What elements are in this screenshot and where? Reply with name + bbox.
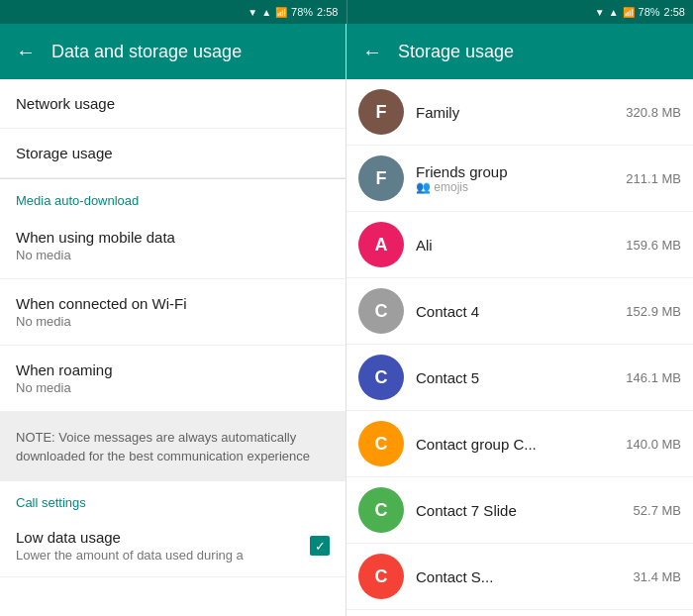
storage-row[interactable]: CContact 7 Slide52.7 MB [346,477,693,544]
right-app-bar: ← Storage usage [346,24,693,79]
avatar: F [358,89,404,135]
storage-size: 140.0 MB [626,437,681,452]
contact-name: Friends group [416,163,614,180]
signal-icon-right: ▲ [609,7,619,18]
status-bar: ▼ ▲ 📶 78% 2:58 ▼ ▲ 📶 78% 2:58 [0,0,693,24]
roaming-title: When roaming [16,361,330,378]
storage-size: 152.9 MB [626,304,681,319]
contact-name: Contact group C... [416,436,614,453]
storage-size: 159.6 MB [626,238,681,253]
storage-size: 320.8 MB [626,105,681,120]
wifi-title: When connected on Wi-Fi [16,295,330,312]
storage-size: 31.4 MB [634,569,681,584]
mobile-data-subtitle: No media [16,248,330,262]
battery-right: 78% [639,6,660,18]
time-left: 2:58 [317,6,338,18]
avatar: C [358,288,404,334]
storage-size: 211.1 MB [626,171,681,186]
storage-row[interactable]: FFriends group👥 emojis211.1 MB [346,146,693,212]
left-panel-title: Data and storage usage [51,42,242,62]
left-app-bar: ← Data and storage usage [0,24,346,79]
storage-row[interactable]: CContact S...31.4 MB [346,544,693,610]
contact-name: Family [416,104,614,121]
storage-usage-title: Storage usage [16,145,330,161]
storage-list: FFamily320.8 MBFFriends group👥 emojis211… [346,79,693,610]
contact-info: Contact 5 [416,369,614,386]
low-data-title: Low data usage [16,529,310,546]
time-right: 2:58 [664,6,685,18]
contact-name: Contact 4 [416,303,614,320]
contact-sub: 👥 emojis [416,180,614,194]
storage-size: 146.1 MB [626,370,681,385]
contact-info: Friends group👥 emojis [416,163,614,194]
right-panel-title: Storage usage [398,42,514,62]
contact-name: Contact 5 [416,369,614,386]
low-data-checkbox[interactable]: ✓ [310,536,330,556]
status-bar-left: ▼ ▲ 📶 78% 2:58 [0,0,347,24]
contact-name: Contact 7 Slide [416,502,622,519]
note-box: NOTE: Voice messages are always automati… [0,412,346,481]
roaming-item[interactable]: When roaming No media [0,346,346,412]
low-data-subtitle: Lower the amount of data used during a [16,548,310,563]
contact-info: Contact group C... [416,436,614,453]
avatar: A [358,222,404,267]
note-text: NOTE: Voice messages are always automati… [16,430,310,463]
avatar: C [358,487,404,533]
battery-left: 78% [291,6,313,18]
media-section-header: Media auto-download [0,179,346,213]
storage-row[interactable]: CContact group C...140.0 MB [346,411,693,477]
left-panel: ← Data and storage usage Network usage S… [0,24,346,616]
wifi-item[interactable]: When connected on Wi-Fi No media [0,279,346,346]
contact-info: Contact 7 Slide [416,502,622,519]
mobile-data-title: When using mobile data [16,229,330,246]
wifi-subtitle: No media [16,314,330,329]
contact-name: Contact S... [416,568,622,585]
media-header-text: Media auto-download [16,193,139,208]
network-usage-item[interactable]: Network usage [0,79,346,129]
left-back-button[interactable]: ← [16,41,36,63]
contact-info: Contact 4 [416,303,614,320]
storage-size: 52.7 MB [634,503,681,518]
storage-row[interactable]: AAli159.6 MB [346,212,693,278]
main-panels: ← Data and storage usage Network usage S… [0,24,693,616]
avatar: F [358,155,404,201]
contact-info: Ali [416,237,614,254]
call-settings-header: Call settings [0,481,346,515]
status-bar-right: ▼ ▲ 📶 78% 2:58 [347,0,694,24]
call-settings-text: Call settings [16,495,86,510]
avatar: C [358,355,404,400]
storage-row[interactable]: FFamily320.8 MB [346,79,693,146]
storage-usage-item[interactable]: Storage usage [0,129,346,178]
contact-name: Ali [416,237,614,254]
avatar: C [358,421,404,466]
roaming-subtitle: No media [16,380,330,395]
signal-bars-left: 📶 [275,7,287,18]
storage-row[interactable]: CContact 4152.9 MB [346,278,693,345]
network-usage-title: Network usage [16,95,330,112]
checkbox-check-icon: ✓ [315,539,326,554]
storage-row[interactable]: CContact 5146.1 MB [346,345,693,411]
signal-bars-right: 📶 [623,7,635,18]
signal-icon-left: ▲ [261,7,271,18]
right-back-button[interactable]: ← [362,41,382,63]
wifi-icon-right: ▼ [595,7,605,18]
mobile-data-item[interactable]: When using mobile data No media [0,213,346,279]
low-data-item[interactable]: Low data usage Lower the amount of data … [0,515,346,577]
avatar: C [358,554,404,599]
right-panel: ← Storage usage FFamily320.8 MBFFriends … [346,24,693,616]
wifi-icon-left: ▼ [248,7,257,18]
low-data-content: Low data usage Lower the amount of data … [16,529,310,563]
contact-info: Contact S... [416,568,622,585]
contact-info: Family [416,104,614,121]
